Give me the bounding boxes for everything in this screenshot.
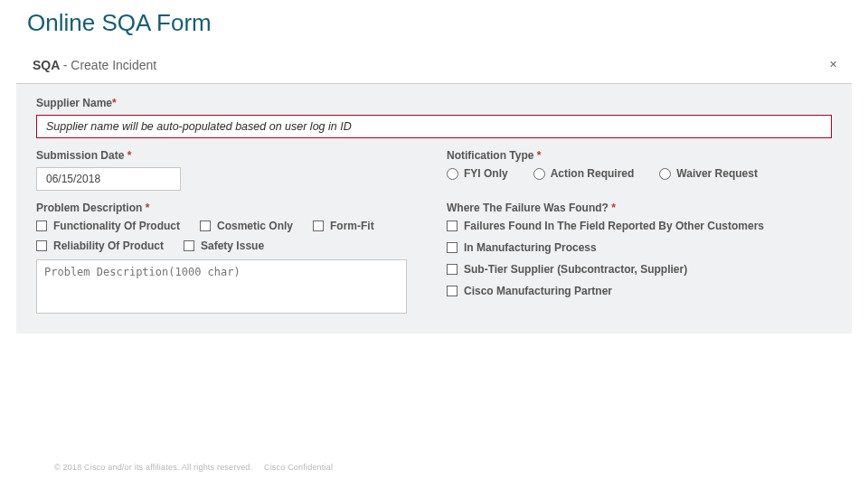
required-asterisk: * <box>537 149 542 162</box>
radio-icon <box>659 168 671 180</box>
failure-location-checks: Failures Found In The Field Reported By … <box>447 220 832 297</box>
problem-description-checks: Functionality Of Product Cosmetic Only F… <box>36 220 421 252</box>
submission-date-label-text: Submission Date <box>36 149 124 162</box>
footer-copyright: © 2018 Cisco and/or its affiliates. All … <box>54 463 252 472</box>
checkbox-icon <box>200 221 211 231</box>
check-label: In Manufacturing Process <box>464 241 597 254</box>
problem-description-label-text: Problem Description <box>36 202 142 214</box>
check-label: Cosmetic Only <box>217 220 293 232</box>
notification-type-radios: FYI Only Action Required Waiver Request <box>447 167 832 180</box>
modal-title-strong: SQA <box>33 58 60 72</box>
radio-waiver-request[interactable]: Waiver Request <box>659 167 758 180</box>
checkbox-icon <box>447 242 458 253</box>
checkbox-icon <box>184 240 194 251</box>
problem-description-label: Problem Description * <box>36 202 421 214</box>
check-label: Failures Found In The Field Reported By … <box>464 220 764 232</box>
check-cosmetic-only[interactable]: Cosmetic Only <box>200 220 293 232</box>
footer-confidential: Cisco Confidential <box>264 463 333 472</box>
page-title: Online SQA Form <box>0 0 868 50</box>
notification-type-label: Notification Type * <box>447 149 832 162</box>
required-asterisk: * <box>112 97 117 109</box>
radio-label: Waiver Request <box>676 167 758 180</box>
check-form-fit[interactable]: Form-Fit <box>313 220 374 232</box>
checkbox-icon <box>313 221 324 231</box>
check-label: Safety Issue <box>201 239 264 252</box>
required-asterisk: * <box>146 202 150 214</box>
check-label: Reliability Of Product <box>53 239 164 252</box>
form-panel: Supplier Name* Supplier name will be aut… <box>16 84 852 333</box>
submission-date-input[interactable]: 06/15/2018 <box>36 167 181 191</box>
required-asterisk: * <box>127 149 132 162</box>
check-label: Cisco Manufacturing Partner <box>464 285 612 297</box>
problem-description-textarea[interactable] <box>36 259 407 314</box>
check-safety-issue[interactable]: Safety Issue <box>184 239 264 252</box>
radio-icon <box>533 168 545 180</box>
close-icon[interactable]: ✕ <box>820 53 846 76</box>
footer: © 2018 Cisco and/or its affiliates. All … <box>45 463 333 472</box>
modal-title: SQA - Create Incident <box>33 58 156 72</box>
supplier-name-label-text: Supplier Name <box>36 97 112 109</box>
checkbox-icon <box>36 221 47 231</box>
create-incident-modal: SQA - Create Incident ✕ Supplier Name* S… <box>16 50 852 333</box>
modal-title-sep: - <box>63 58 68 72</box>
submission-date-label: Submission Date * <box>36 149 421 162</box>
failure-location-label: Where The Failure Was Found? * <box>447 202 832 214</box>
check-cisco-manufacturing-partner[interactable]: Cisco Manufacturing Partner <box>447 285 832 297</box>
supplier-name-helper: Supplier name will be auto-populated bas… <box>46 120 352 133</box>
check-in-manufacturing-process[interactable]: In Manufacturing Process <box>447 241 832 254</box>
check-sub-tier-supplier[interactable]: Sub-Tier Supplier (Subcontractor, Suppli… <box>447 263 832 276</box>
radio-label: FYI Only <box>464 167 508 180</box>
checkbox-icon <box>447 221 458 231</box>
radio-icon <box>447 168 458 180</box>
failure-location-label-text: Where The Failure Was Found? <box>447 202 609 214</box>
check-reliability-of-product[interactable]: Reliability Of Product <box>36 239 164 252</box>
supplier-name-label: Supplier Name* <box>36 97 832 109</box>
check-label: Functionality Of Product <box>53 220 180 232</box>
notification-type-label-text: Notification Type <box>447 149 533 162</box>
modal-header: SQA - Create Incident ✕ <box>16 50 852 84</box>
checkbox-icon <box>36 240 47 251</box>
radio-fyi-only[interactable]: FYI Only <box>447 167 508 180</box>
radio-label: Action Required <box>551 167 635 180</box>
check-failures-in-field[interactable]: Failures Found In The Field Reported By … <box>447 220 832 232</box>
required-asterisk: * <box>611 202 616 214</box>
check-label: Sub-Tier Supplier (Subcontractor, Suppli… <box>464 263 687 276</box>
radio-action-required[interactable]: Action Required <box>533 167 635 180</box>
checkbox-icon <box>447 286 458 296</box>
check-functionality-of-product[interactable]: Functionality Of Product <box>36 220 180 232</box>
supplier-name-input[interactable]: Supplier name will be auto-populated bas… <box>36 115 832 138</box>
checkbox-icon <box>447 264 458 275</box>
modal-title-light: Create Incident <box>71 58 156 72</box>
check-label: Form-Fit <box>330 220 374 232</box>
